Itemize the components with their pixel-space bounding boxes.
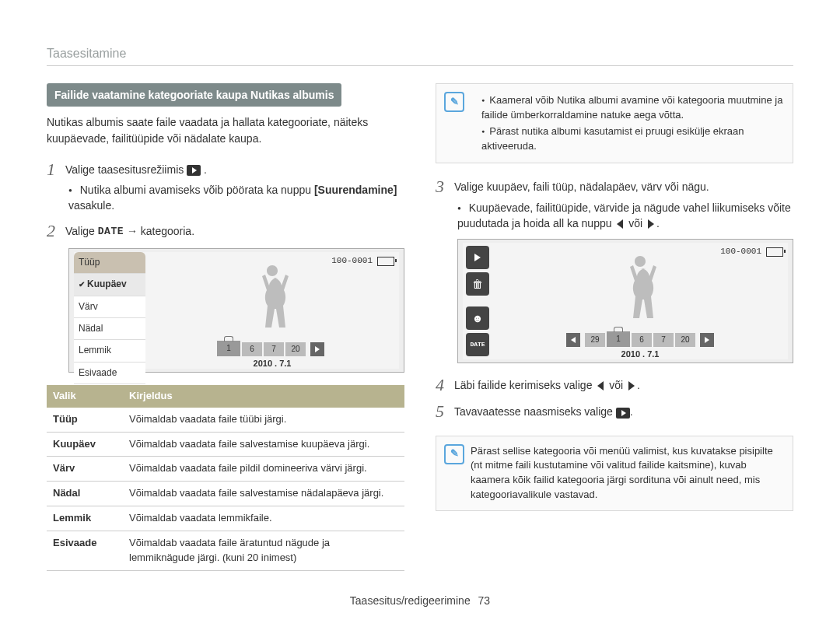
table-row: VärvVõimaldab vaadata faile pildil domin… xyxy=(47,457,404,482)
right-arrow-icon xyxy=(646,219,656,229)
step-3-text: Valige kuupäev, faili tüüp, nädalapäev, … xyxy=(454,177,793,194)
step-1-sub: Nutika albumi avamiseks võib pöörata ka … xyxy=(68,182,404,214)
step-5-text-b: . xyxy=(630,405,633,418)
note-box-2: ✎ Pärast sellise kategooria või menüü va… xyxy=(436,436,793,511)
step-1-text-a: Valige taasesitusrežiimis xyxy=(65,163,187,176)
step-2: 2 Valige DATE → kategooria. xyxy=(47,222,404,240)
sidebar-play-icon[interactable] xyxy=(466,246,489,269)
note1-line2: Pärast nutika albumi kasutamist ei pruug… xyxy=(481,124,783,154)
thumb[interactable]: 20 xyxy=(675,333,695,347)
info-icon-2: ✎ xyxy=(444,444,464,464)
th-valik: Valik xyxy=(47,385,123,408)
step-3: 3 Valige kuupäev, faili tüüp, nädalapäev… xyxy=(436,177,793,196)
page-number: 73 xyxy=(478,594,491,607)
intro-text: Nutikas albumis saate faile vaadata ja h… xyxy=(47,114,404,146)
counter-text-2: 100-0001 xyxy=(720,246,761,258)
thumb[interactable]: 6 xyxy=(632,333,652,347)
header-rule xyxy=(47,65,793,66)
date-label-2: 2010 . 7.1 xyxy=(621,349,660,361)
th-kirjeldus: Kirjeldus xyxy=(123,385,404,408)
device-screenshot-2: 🗑 ☻ DATE 100-0001 xyxy=(457,239,793,363)
menu-item-nadal[interactable]: Nädal xyxy=(74,318,145,340)
file-counter-2: 100-0001 xyxy=(720,246,783,258)
right-column: ✎ Kaameral võib Nutika albumi avamine võ… xyxy=(436,83,793,571)
date-glyph: DATE xyxy=(98,226,124,237)
step-1-sub-b: [Suurendamine] xyxy=(314,184,397,196)
sidebar-date-icon[interactable]: DATE xyxy=(466,333,489,356)
thumb[interactable]: 7 xyxy=(653,333,674,347)
page-footer: Taasesitus/redigeerimine 73 xyxy=(47,594,793,607)
left-column: Failide vaatamine kategooriate kaupa Nut… xyxy=(47,83,404,571)
sidebar-trash-icon[interactable]: 🗑 xyxy=(466,272,489,296)
step-5-text-a: Tavavaatesse naasmiseks valige xyxy=(454,405,616,418)
step-4: 4 Läbi failide kerimiseks valige või . xyxy=(436,376,793,394)
file-counter: 100-0001 xyxy=(331,255,394,268)
step-2-text-b: → kategooria. xyxy=(127,225,194,237)
playback-icon-2 xyxy=(616,408,630,419)
right-arrow-icon-2 xyxy=(626,380,637,391)
info-icon: ✎ xyxy=(444,92,464,112)
playback-icon xyxy=(187,165,201,176)
step-1: 1 Valige taasesitusrežiimis . xyxy=(47,160,404,179)
thumb[interactable]: 6 xyxy=(242,342,262,356)
step-4-text-c: . xyxy=(637,379,640,391)
counter-text: 100-0001 xyxy=(331,255,373,268)
step-1-sub-a: Nutika albumi avamiseks võib pöörata ka … xyxy=(80,184,314,196)
next-chevron-icon-2[interactable] xyxy=(700,333,714,347)
note1-line1: Kaameral võib Nutika albumi avamine või … xyxy=(481,93,783,123)
step-4-text-a: Läbi failide kerimiseks valige xyxy=(454,379,595,391)
step-5-num: 5 xyxy=(436,402,454,421)
step-1-text-b: . xyxy=(204,163,207,176)
menu-item-varv[interactable]: Värv xyxy=(74,296,145,318)
menu-item-lemmik[interactable]: Lemmik xyxy=(74,340,145,362)
table-row: KuupäevVõimaldab vaadata faile salvestam… xyxy=(47,432,404,457)
page-header: Taasesitamine xyxy=(47,47,793,61)
step-3-num: 3 xyxy=(436,177,454,196)
menu-item-kuupaev[interactable]: Kuupäev xyxy=(74,274,145,296)
step-3-sub-b: või xyxy=(625,217,646,229)
step-3-sub-c: . xyxy=(656,217,660,229)
battery-icon xyxy=(377,257,394,266)
sidebar-face-icon[interactable]: ☻ xyxy=(466,306,489,330)
date-label: 2010 . 7.1 xyxy=(254,358,292,370)
step-4-num: 4 xyxy=(436,376,454,394)
step-2-num: 2 xyxy=(47,222,65,240)
step-3-sub: Kuupäevade, failitüüpide, värvide ja näg… xyxy=(457,200,793,232)
thumb[interactable]: 20 xyxy=(285,342,306,356)
table-row: TüüpVõimaldab vaadata faile tüübi järgi. xyxy=(47,408,404,432)
table-row: NädalVõimaldab vaadata faile salvestamis… xyxy=(47,482,404,506)
thumb[interactable]: 29 xyxy=(585,333,605,347)
note2-text: Pärast sellise kategooria või menüü vali… xyxy=(471,444,783,503)
category-menu: Tüüp Kuupäev Värv Nädal Lemmik Esivaade xyxy=(74,252,145,369)
footer-label: Taasesitus/redigeerimine xyxy=(350,594,471,607)
table-row: LemmikVõimaldab vaadata lemmikfaile. xyxy=(47,506,404,531)
left-arrow-icon-2 xyxy=(595,380,606,391)
thumb-active[interactable]: 1 xyxy=(217,341,240,356)
left-arrow-icon xyxy=(614,219,625,229)
step-2-text-a: Valige xyxy=(65,225,98,237)
subsection-badge: Failide vaatamine kategooriate kaupa Nut… xyxy=(47,83,341,107)
step-1-num: 1 xyxy=(47,160,65,179)
side-toolbar: 🗑 ☻ DATE xyxy=(463,243,492,359)
thumb-active[interactable]: 1 xyxy=(607,331,630,347)
menu-item-esivaade[interactable]: Esivaade xyxy=(74,363,145,384)
next-chevron-icon[interactable] xyxy=(310,342,324,356)
battery-icon-2 xyxy=(766,247,783,257)
step-5: 5 Tavavaatesse naasmiseks valige . xyxy=(436,402,793,421)
thumb[interactable]: 7 xyxy=(264,342,284,356)
step-1-sub-c: vasakule. xyxy=(68,199,114,212)
menu-item-tuup[interactable]: Tüüp xyxy=(74,252,145,274)
step-4-text-b: või xyxy=(606,379,626,391)
device-screenshot-1: Tüüp Kuupäev Värv Nädal Lemmik Esivaade … xyxy=(68,248,404,373)
table-row: EsivaadeVõimaldab vaadata faile äratuntu… xyxy=(47,531,404,570)
prev-chevron-icon[interactable] xyxy=(566,333,580,347)
preview-silhouette-2 xyxy=(617,252,663,326)
preview-silhouette xyxy=(249,261,296,335)
note-box-1: ✎ Kaameral võib Nutika albumi avamine võ… xyxy=(436,83,793,163)
options-table: Valik Kirjeldus TüüpVõimaldab vaadata fa… xyxy=(47,385,404,571)
